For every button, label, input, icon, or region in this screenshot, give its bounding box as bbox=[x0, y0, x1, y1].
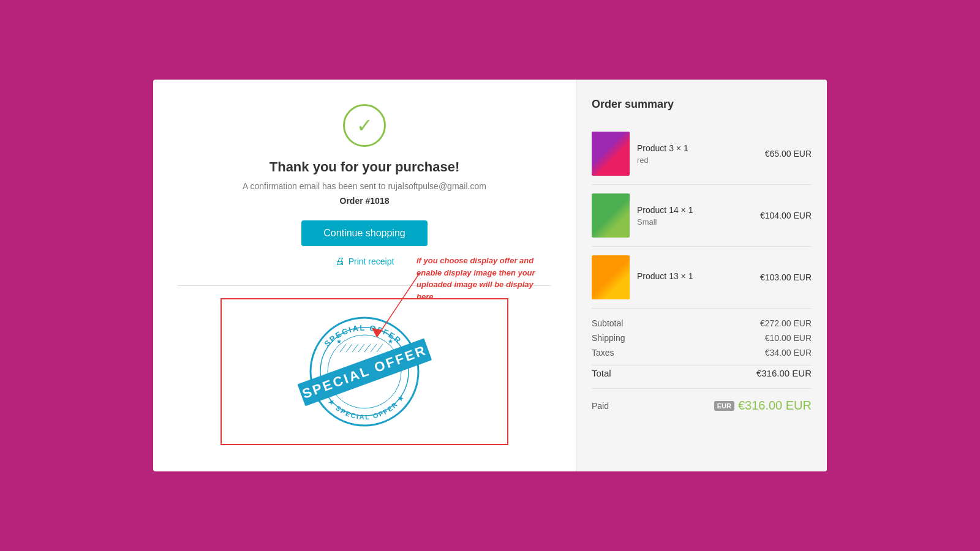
taxes-label: Taxes bbox=[592, 348, 614, 358]
item-name-3: Product 13 × 1 bbox=[637, 271, 753, 281]
item-details-2: Product 14 × 1 Small bbox=[637, 205, 753, 227]
taxes-row: Taxes €34.00 EUR bbox=[592, 348, 812, 358]
annotation-text: If you choose display offer and enable d… bbox=[417, 255, 545, 302]
item-details-3: Product 13 × 1 bbox=[637, 271, 753, 283]
svg-line-0 bbox=[377, 273, 420, 337]
right-panel: Order summary Product 3 × 1 red €65.00 E… bbox=[576, 80, 827, 471]
item-variant-2: Small bbox=[637, 217, 753, 227]
paid-label: Paid bbox=[592, 401, 609, 411]
item-price-3: €103.00 EUR bbox=[760, 272, 812, 282]
item-variant-1: red bbox=[637, 156, 758, 165]
order-item: Product 14 × 1 Small €104.00 EUR bbox=[592, 185, 812, 247]
subtotal-label: Subtotal bbox=[592, 318, 623, 328]
page-container: ✓ Thank you for your purchase! A confirm… bbox=[153, 80, 827, 471]
item-price-2: €104.00 EUR bbox=[760, 211, 812, 220]
paid-amount-wrapper: EUR €316.00 EUR bbox=[714, 399, 812, 413]
product-image-1 bbox=[592, 132, 630, 176]
order-number: Order #1018 bbox=[340, 196, 390, 206]
svg-line-12 bbox=[346, 344, 352, 352]
left-panel: ✓ Thank you for your purchase! A confirm… bbox=[153, 80, 576, 471]
product-image-2 bbox=[592, 193, 630, 238]
item-details-1: Product 3 × 1 red bbox=[637, 143, 758, 165]
checkmark-icon: ✓ bbox=[356, 114, 373, 137]
print-receipt-label: Print receipt bbox=[349, 257, 394, 266]
subtotal-value: €272.00 EUR bbox=[760, 318, 812, 328]
order-item: Product 13 × 1 €103.00 EUR bbox=[592, 247, 812, 309]
thank-you-title: Thank you for your purchase! bbox=[270, 159, 460, 175]
item-name-1: Product 3 × 1 bbox=[637, 143, 758, 153]
annotation-arrow bbox=[358, 267, 432, 347]
success-icon-container: ✓ bbox=[343, 104, 386, 147]
total-label: Total bbox=[592, 368, 611, 378]
order-items-list: Product 3 × 1 red €65.00 EUR Product 14 … bbox=[592, 123, 812, 309]
svg-text:★: ★ bbox=[336, 338, 342, 345]
order-summary-title: Order summary bbox=[592, 98, 812, 111]
confirmation-email-text: A confirmation email has been sent to ru… bbox=[243, 181, 486, 191]
print-icon: 🖨 bbox=[335, 256, 345, 267]
svg-line-13 bbox=[352, 344, 358, 352]
continue-shopping-button[interactable]: Continue shopping bbox=[301, 220, 427, 246]
svg-text:SPECIAL OFFER: SPECIAL OFFER bbox=[300, 342, 429, 402]
total-value: €316.00 EUR bbox=[756, 368, 812, 378]
shipping-row: Shipping €10.00 EUR bbox=[592, 333, 812, 343]
svg-marker-1 bbox=[372, 328, 383, 337]
summary-totals: Subtotal €272.00 EUR Shipping €10.00 EUR… bbox=[592, 318, 812, 378]
eur-badge: EUR bbox=[714, 401, 734, 411]
total-row: Total €316.00 EUR bbox=[592, 365, 812, 378]
item-price-1: €65.00 EUR bbox=[765, 149, 812, 159]
paid-row: Paid EUR €316.00 EUR bbox=[592, 388, 812, 413]
taxes-value: €34.00 EUR bbox=[765, 348, 812, 358]
svg-line-11 bbox=[340, 344, 346, 352]
order-item: Product 3 × 1 red €65.00 EUR bbox=[592, 123, 812, 185]
shipping-value: €10.00 EUR bbox=[765, 333, 812, 343]
shipping-label: Shipping bbox=[592, 333, 625, 343]
product-image-3 bbox=[592, 255, 630, 299]
subtotal-row: Subtotal €272.00 EUR bbox=[592, 318, 812, 328]
item-name-2: Product 14 × 1 bbox=[637, 205, 753, 215]
print-receipt-link[interactable]: 🖨 Print receipt bbox=[335, 256, 394, 267]
paid-amount: €316.00 EUR bbox=[738, 399, 812, 413]
